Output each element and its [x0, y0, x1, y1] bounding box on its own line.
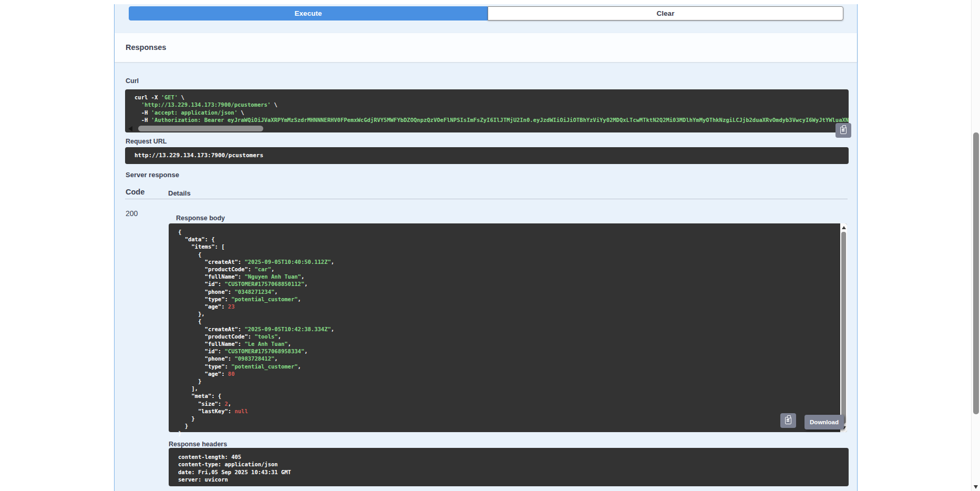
clipboard-icon — [840, 127, 847, 134]
scroll-up-arrow-icon[interactable] — [842, 226, 846, 229]
clear-button[interactable]: Clear — [488, 6, 843, 21]
response-body-json: { "data": { "items": [ { "createAt": "20… — [169, 223, 847, 437]
response-headers-label: Response headers — [169, 441, 227, 448]
details-column-header: Details — [168, 189, 191, 197]
responses-section-header: Responses — [115, 33, 857, 62]
page-scrollbar-thumb[interactable] — [973, 132, 979, 414]
scroll-left-arrow-icon[interactable] — [128, 126, 132, 131]
request-url-block: http://13.229.134.173:7900/pcustomers — [125, 147, 849, 164]
swagger-page: Execute Clear Responses Curl curl -X 'GE… — [0, 0, 980, 491]
copy-curl-button[interactable] — [835, 123, 851, 138]
execute-button[interactable]: Execute — [129, 6, 488, 21]
response-headers-block: content-length: 405 content-type: applic… — [169, 448, 849, 486]
responses-title: Responses — [126, 33, 166, 62]
code-column-header: Code — [126, 188, 145, 196]
curl-horizontal-scrollbar-thumb[interactable] — [138, 126, 263, 131]
clipboard-icon — [785, 417, 791, 424]
execute-wrapper: Execute Clear — [129, 6, 843, 21]
curl-block: curl -X 'GET' \ 'http://13.229.134.173:7… — [125, 89, 849, 132]
page-scroll-down-arrow-icon[interactable] — [974, 485, 978, 489]
request-url-value: http://13.229.134.173:7900/pcustomers — [125, 147, 849, 164]
server-response-title: Server response — [126, 171, 179, 179]
page-scrollbar[interactable] — [971, 0, 980, 491]
response-body-scrollbar[interactable] — [840, 223, 847, 432]
response-body-label: Response body — [176, 214, 225, 222]
get-operation-panel: Execute Clear Responses Curl curl -X 'GE… — [114, 4, 858, 491]
response-headers-text: content-length: 405 content-type: applic… — [169, 448, 849, 484]
response-body-block: { "data": { "items": [ { "createAt": "20… — [169, 223, 847, 432]
response-body-scrollbar-thumb[interactable] — [841, 232, 846, 424]
table-header-divider — [125, 199, 848, 199]
request-url-label: Request URL — [126, 138, 167, 145]
status-code: 200 — [126, 209, 138, 218]
curl-label: Curl — [126, 77, 139, 85]
copy-response-button[interactable] — [780, 413, 796, 428]
download-button[interactable]: Download — [804, 415, 844, 429]
